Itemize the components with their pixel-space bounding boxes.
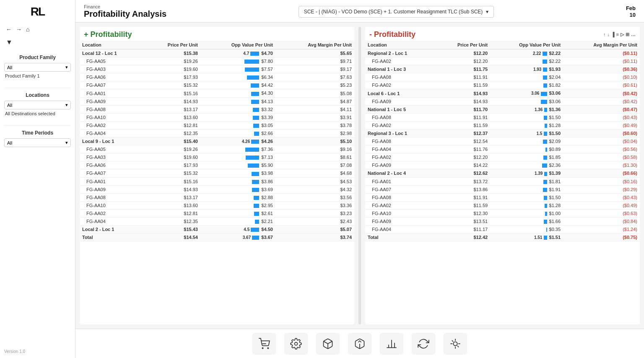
row-location: FG-AA02 [365,201,435,209]
row-price: $11.17 [435,226,490,233]
toolbar-play-icon[interactable]: ▷ [621,32,624,37]
table-row: FG-AA05 $19.26 $7.80 $9.71 [80,57,354,65]
svg-point-2 [295,342,298,345]
toolbar-bar-icon[interactable]: ▐ [611,32,615,37]
idea-icon-btn[interactable] [444,333,467,355]
row-price: $12.35 [143,217,200,225]
row-price: $11.91 [435,73,490,81]
table-row: FG-AA07 $13.86 $1.91 ($0.29) [365,185,640,193]
table-row: FG-AA01 $13.72 $1.81 ($0.16) [365,177,640,185]
row-price: $11.75 [435,65,490,73]
table-row: FG-AA10 $12.30 $1.00 ($0.63) [365,209,640,217]
locations-select[interactable]: All ▾ [4,101,71,109]
nav-home-icon[interactable]: ⌂ [26,26,29,33]
table-row: FG-AA02 $11.59 $1.28 ($0.49) [365,201,640,209]
row-location: Regional 3 - Loc 1 [365,129,435,137]
row-location: FG-AA09 [80,185,143,193]
svg-point-1 [267,348,268,348]
row-margin: $4.87 [275,97,354,105]
table-row: FG-AA02 $11.59 $1.82 ($0.61) [365,81,640,89]
row-opp: $4.30 [200,89,275,97]
row-location: FG-AA05 [80,57,143,65]
row-opp: $5.90 [200,161,275,169]
row-margin: $3.56 [275,193,354,201]
row-location: Local 9 - Loc 1 [80,137,143,145]
row-margin: $9.71 [275,57,354,65]
row-margin: $4.68 [275,169,354,177]
row-location: FG-AA02 [80,209,143,217]
product-family-subtext: Product Family 1 [4,73,71,78]
gear-cog-icon-btn[interactable] [284,333,308,355]
nav-forward-icon[interactable]: → [16,26,22,33]
table-row: Regional 2 - Loc 1 $12.20 2.22 $2.22 ($0… [365,49,640,57]
svg-line-12 [457,345,459,347]
table-row: FG-AA09 $14.93 $3.06 ($0.42) [365,97,640,105]
toolbar-grid-icon[interactable]: ⊞ [626,32,629,37]
row-margin: ($0.42) [563,97,640,105]
row-price: $12.30 [435,209,490,217]
toolbar-up-icon[interactable]: ↑ [603,32,606,37]
row-price: $12.62 [435,169,490,177]
row-opp: 4.5 $4.50 [200,226,275,233]
toolbar-more-icon[interactable]: … [631,32,636,37]
toolbar-filter-icon[interactable]: ≡ [616,32,619,37]
neg-col-opp: Opp Value Per Unit [490,41,563,49]
table-row: FG-AA03 $19.60 $7.13 $8.61 [80,153,354,161]
row-opp: $2.88 [200,193,275,201]
filter-icon[interactable]: ▼ [4,39,71,46]
chart-bar-icon-btn[interactable] [380,333,403,355]
row-location: FG-AA04 [80,129,143,137]
row-price: $11.70 [435,105,490,113]
row-opp: $1.50 [490,193,563,201]
app-logo: RL [4,5,71,18]
date-display: Feb 10 [626,5,636,18]
pos-profitability-panel: + Profitability Location Price Per Unit … [80,27,354,324]
product-family-select[interactable]: All ▾ [4,63,71,72]
row-price: $12.20 [435,49,490,57]
row-opp: $7.57 [200,65,275,73]
table-row: FG-AA07 $15.32 $4.42 $5.23 [80,81,354,89]
table-row: FG-AA02 $12.20 $2.22 ($0.11) [365,57,640,65]
row-price: $12.37 [435,129,490,137]
row-margin: $5.23 [275,81,354,89]
table-row: FG-AA01 $15.16 $3.86 $4.53 [80,177,354,185]
row-opp: $2.61 [200,209,275,217]
row-margin: ($0.49) [563,121,640,129]
row-opp: $3.69 [200,185,275,193]
boxes-icon-btn[interactable] [316,333,340,355]
row-margin: $7.08 [275,161,354,169]
row-opp: $1.00 [490,209,563,217]
row-margin: $4.32 [275,185,354,193]
table-row: FG-AA08 $11.91 $2.04 ($0.10) [365,73,640,81]
row-price: $11.59 [435,121,490,129]
toolbar-down-icon[interactable]: ↓ [607,32,610,37]
row-location: FG-AA02 [365,57,435,65]
nav-back-icon[interactable]: ← [6,26,12,33]
neg-panel-header: - Profitability ↑ ↓ ▐ ≡ ▷ ⊞ … [365,27,640,41]
table-row: FG-AA08 $12.54 $2.09 ($0.04) [365,137,640,145]
row-opp: 4.26 $4.26 [200,137,275,145]
scenario-selector[interactable]: SCE - | (NIAG) - VCO Demo (SCE) + 1. Cus… [299,6,494,18]
time-periods-select[interactable]: All ▾ [4,138,71,147]
row-opp: $1.28 [490,121,563,129]
row-opp: $1.82 [490,81,563,89]
table-row: Regional 3 - Loc 1 $12.37 1.5 $1.50 ($0.… [365,129,640,137]
row-opp: 4.7 $4.70 [200,49,275,57]
table-row: FG-AA05 $19.26 $7.36 $9.16 [80,145,354,153]
row-margin: ($0.63) [563,209,640,217]
cart-icon-btn[interactable] [252,333,276,355]
row-location: FG-AA07 [365,185,435,193]
table-row: FG-AA06 $17.93 $6.34 $7.63 [80,73,354,81]
row-location: FG-AA08 [80,105,143,113]
refresh-icon-btn[interactable] [412,333,435,355]
table-row: FG-AA08 $13.17 $2.88 $3.56 [80,193,354,201]
time-periods-value: All [7,140,12,145]
row-opp: 3.67 $3.67 [200,233,275,241]
table-row: Total $12.42 1.51 $1.51 ($0.75) [365,233,640,241]
box-arrow-icon-btn[interactable] [348,333,371,355]
row-location: FG-AA02 [80,121,143,129]
table-row: FG-AA03 $19.60 $7.57 $9.17 [80,65,354,73]
table-row: FG-AA08 $13.17 $3.32 $4.11 [80,105,354,113]
row-margin: $5.65 [275,49,354,57]
row-margin: ($0.10) [563,73,640,81]
